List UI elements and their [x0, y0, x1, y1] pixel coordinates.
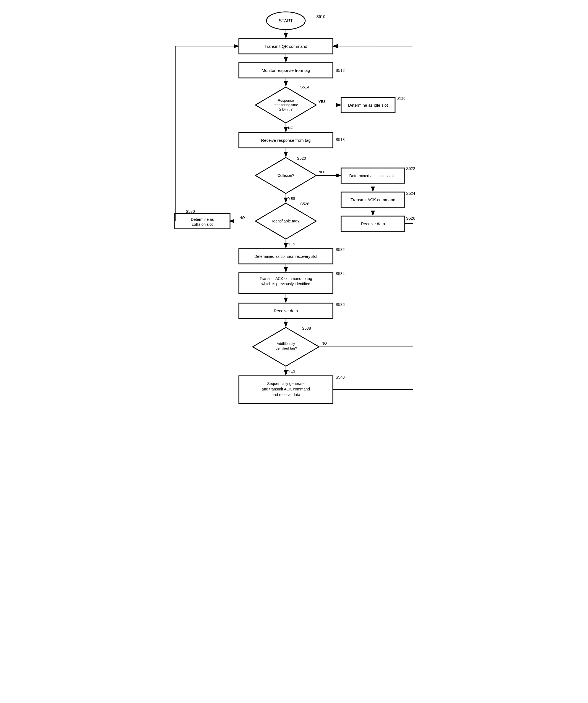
svg-text:NO: NO [321, 341, 327, 345]
svg-text:Additionally: Additionally [277, 341, 295, 346]
svg-text:S518: S518 [336, 137, 345, 142]
svg-text:which is previously identified: which is previously identified [261, 282, 310, 286]
svg-text:Determine as idle slot: Determine as idle slot [348, 103, 388, 107]
svg-text:S516: S516 [396, 96, 406, 100]
svg-text:S528: S528 [300, 202, 309, 206]
svg-text:Determined as collision recove: Determined as collision recovery slot [254, 254, 317, 259]
svg-text:Determine as: Determine as [191, 217, 214, 222]
svg-text:NO: NO [318, 170, 324, 174]
svg-text:YES: YES [318, 99, 326, 104]
svg-text:Determined as success slot: Determined as success slot [349, 173, 396, 178]
svg-text:YES: YES [288, 242, 295, 246]
svg-text:Receive data: Receive data [274, 308, 298, 313]
svg-text:identified tag?: identified tag? [275, 346, 297, 350]
svg-text:NO: NO [288, 126, 294, 130]
svg-text:S540: S540 [336, 375, 345, 379]
svg-text:Monitor response from tag: Monitor response from tag [262, 68, 310, 73]
svg-text:Response: Response [278, 98, 294, 102]
svg-text:monitoring time: monitoring time [273, 103, 298, 107]
svg-text:Transmit ACK command to tag: Transmit ACK command to tag [259, 276, 312, 281]
svg-text:S512: S512 [336, 68, 345, 73]
svg-text:S514: S514 [300, 85, 309, 89]
svg-text:S530: S530 [186, 209, 195, 214]
svg-text:S538: S538 [302, 326, 311, 330]
svg-text:Sequentially generate: Sequentially generate [267, 381, 305, 386]
svg-text:S520: S520 [297, 156, 306, 161]
svg-text:Receive response from tag: Receive response from tag [261, 138, 310, 143]
svg-text:and transmit ACK command: and transmit ACK command [262, 387, 310, 391]
svg-text:≥ Dₓₐit ?: ≥ Dₓₐit ? [279, 107, 292, 111]
svg-text:S532: S532 [336, 247, 345, 252]
svg-text:Transmit ACK command: Transmit ACK command [351, 197, 395, 202]
svg-text:YES: YES [288, 197, 295, 201]
flowchart-container: START S510 Transmit QR command Monitor r… [170, 6, 419, 669]
svg-text:collision slot: collision slot [192, 222, 213, 227]
svg-text:S536: S536 [336, 302, 345, 307]
svg-text:Transmit QR command: Transmit QR command [264, 44, 307, 49]
svg-text:S524: S524 [406, 191, 415, 196]
svg-text:and receive data: and receive data [272, 392, 300, 397]
svg-text:Receive data: Receive data [361, 221, 385, 226]
flowchart-svg: START S510 Transmit QR command Monitor r… [170, 6, 419, 669]
svg-text:S526: S526 [406, 216, 415, 221]
svg-text:YES: YES [288, 369, 295, 373]
svg-text:S522: S522 [406, 166, 415, 171]
svg-text:Collision?: Collision? [277, 173, 294, 178]
svg-text:NO: NO [239, 216, 245, 220]
svg-text:S510: S510 [316, 14, 325, 19]
svg-text:Identifiable tag?: Identifiable tag? [272, 219, 299, 223]
svg-text:START: START [279, 18, 293, 23]
svg-text:S534: S534 [336, 271, 345, 276]
